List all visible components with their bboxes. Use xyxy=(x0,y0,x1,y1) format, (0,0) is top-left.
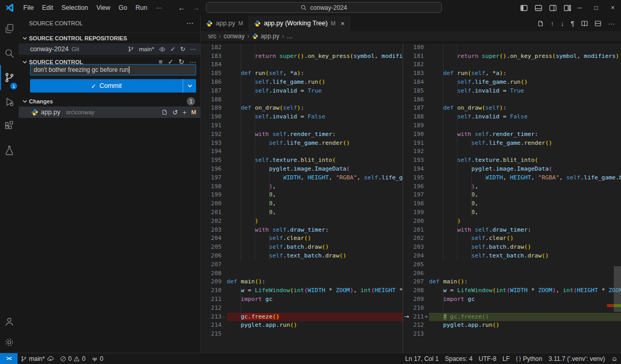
indent-guide xyxy=(457,208,457,217)
search-sidebar-icon[interactable] xyxy=(0,43,19,64)
code-text: self.life_game.render() xyxy=(429,139,621,148)
line-number-gutter: 197 xyxy=(403,191,429,200)
notifications-bell[interactable] xyxy=(608,353,621,364)
command-center-search[interactable]: conway-2024 xyxy=(206,2,442,13)
nav-forward-icon[interactable]: → xyxy=(193,4,200,12)
testing-icon[interactable] xyxy=(0,140,19,161)
nav-back-icon[interactable]: ← xyxy=(178,4,185,12)
toggle-panel-icon[interactable] xyxy=(535,4,542,12)
section-repositories[interactable]: SOURCE CONTROL REPOSITORIES xyxy=(19,32,200,43)
editor-more-icon[interactable]: ··· xyxy=(608,20,615,27)
menu-item-selection[interactable]: Selection xyxy=(57,2,92,13)
repo-more-icon[interactable]: ··· xyxy=(190,46,196,53)
minimize-button[interactable]: ─ xyxy=(571,0,588,16)
commit-button[interactable]: ✓ Commit xyxy=(30,79,196,93)
code-line: 190 self.invalid = False xyxy=(201,113,403,122)
indent-guide xyxy=(457,78,457,87)
repository-row[interactable]: conway-2024 Git main* ✓ ↻ ··· xyxy=(19,43,200,55)
stage-changes-icon[interactable]: + xyxy=(183,109,187,116)
toggle-secondary-sidebar-icon[interactable] xyxy=(549,4,557,12)
eye-icon[interactable] xyxy=(159,46,166,53)
diff-pane-original[interactable]: 181 pyglet.app.exit()182183 return super… xyxy=(201,41,403,353)
close-button[interactable]: × xyxy=(604,0,621,16)
line-number: 184 xyxy=(413,78,424,87)
diff-editor[interactable]: 181 pyglet.app.exit()182183 return super… xyxy=(201,41,621,353)
line-number-gutter: 198 xyxy=(403,200,429,208)
line-number: 189 xyxy=(211,104,221,113)
menu-more[interactable]: ··· xyxy=(152,2,167,13)
extensions-icon[interactable] xyxy=(0,116,19,136)
line-number: 183 xyxy=(413,69,424,78)
indent-guide xyxy=(241,130,241,139)
code-line: 182 xyxy=(201,43,403,52)
code-text xyxy=(429,122,621,130)
maximize-button[interactable]: □ xyxy=(588,0,604,16)
code-text: 0, xyxy=(429,191,621,200)
commit-dropdown-button[interactable] xyxy=(183,79,196,93)
previous-change-icon[interactable]: ↑ xyxy=(551,20,554,27)
explorer-icon[interactable] xyxy=(0,19,19,39)
menu-item-go[interactable]: Go xyxy=(114,2,131,13)
menu-item-edit[interactable]: Edit xyxy=(38,2,57,13)
discard-changes-icon[interactable]: ↺ xyxy=(172,109,178,116)
customize-layout-icon[interactable] xyxy=(564,4,571,12)
breadcrumb-item-src[interactable]: src xyxy=(208,33,216,40)
breadcrumb-item-app-py[interactable]: app.py xyxy=(261,33,279,40)
menu-item-view[interactable]: View xyxy=(92,2,114,13)
tab-app-py[interactable]: app.py M xyxy=(201,16,249,31)
changed-file-row[interactable]: app.py src\conway ↺ + M xyxy=(19,107,200,118)
warning-count: 0 xyxy=(82,355,85,362)
changes-section-header[interactable]: Changes 1 xyxy=(19,96,200,107)
indent-guide xyxy=(241,113,241,122)
status-encoding[interactable]: UTF-8 xyxy=(476,353,499,364)
line-number: 182 xyxy=(211,43,221,52)
status-branch[interactable]: main* xyxy=(18,353,57,364)
breadcrumb-item-conway[interactable]: conway xyxy=(224,33,245,40)
run-debug-icon[interactable] xyxy=(0,92,19,112)
status-python-interpreter[interactable]: 3.11.7 ('.venv': venv) xyxy=(545,353,608,364)
commit-check-icon[interactable]: ✓ xyxy=(170,46,175,53)
split-editor-icon[interactable] xyxy=(595,20,601,27)
panel-more-icon[interactable]: ··· xyxy=(187,20,194,26)
toggle-sidebar-icon[interactable] xyxy=(520,4,528,12)
settings-gear-icon[interactable] xyxy=(0,332,19,353)
code-text: self.texture.blit_into( xyxy=(429,156,621,165)
line-number: 190 xyxy=(413,130,424,139)
status-problems[interactable]: 0 0 xyxy=(57,353,88,364)
code-line: 195 WIDTH, HEIGHT, "RGBA", self.life_gam… xyxy=(403,174,621,183)
account-icon[interactable] xyxy=(0,311,19,332)
open-changes-icon[interactable] xyxy=(537,20,544,27)
line-number-gutter: 194 xyxy=(403,165,429,174)
next-change-icon[interactable]: ↓ xyxy=(561,20,565,27)
menu-item-file[interactable]: File xyxy=(19,2,38,13)
remote-indicator[interactable]: >< xyxy=(0,353,18,364)
tab-close-icon[interactable]: × xyxy=(341,20,345,27)
open-preview-icon[interactable] xyxy=(581,20,588,27)
status-ports[interactable]: 0 xyxy=(88,353,107,364)
source-control-icon[interactable]: 1 xyxy=(0,67,19,88)
status-eol[interactable]: LF xyxy=(499,353,513,364)
open-file-icon[interactable] xyxy=(161,109,168,115)
menu-item-run[interactable]: Run xyxy=(131,2,152,13)
diff-sash[interactable] xyxy=(403,41,403,353)
line-number-gutter: 199 xyxy=(403,208,429,217)
diff-pane-modified[interactable]: 179 pyglet.app.exit()180181 return super… xyxy=(403,41,621,353)
diff-arrow-icon[interactable]: → xyxy=(404,313,409,322)
indent-guide xyxy=(241,156,241,165)
refresh-icon[interactable]: ↻ xyxy=(180,46,185,53)
repo-actions: main* ✓ ↻ ··· xyxy=(128,46,196,53)
line-number: 184 xyxy=(211,60,221,69)
code-line: 206 xyxy=(403,269,621,278)
status-language[interactable]: { } Python xyxy=(513,353,545,364)
tab-app-py-working-tree[interactable]: app.py (Working Tree) M × xyxy=(249,16,350,31)
line-number: 195 xyxy=(413,174,424,183)
line-number-gutter: 212 xyxy=(403,321,429,330)
breadcrumb-item-symbol[interactable]: … xyxy=(287,33,293,40)
status-indentation[interactable]: Spaces: 4 xyxy=(442,353,476,364)
commit-button-main[interactable]: ✓ Commit xyxy=(30,82,183,90)
status-cursor-position[interactable]: Ln 17, Col 1 xyxy=(402,353,442,364)
whitespace-toggle-icon[interactable]: ¶ xyxy=(571,20,574,27)
commit-message-input[interactable]: don't bother freezing gc before run xyxy=(30,64,196,75)
line-number: 211 xyxy=(413,313,424,322)
code-text: self.invalid = True xyxy=(429,87,621,96)
